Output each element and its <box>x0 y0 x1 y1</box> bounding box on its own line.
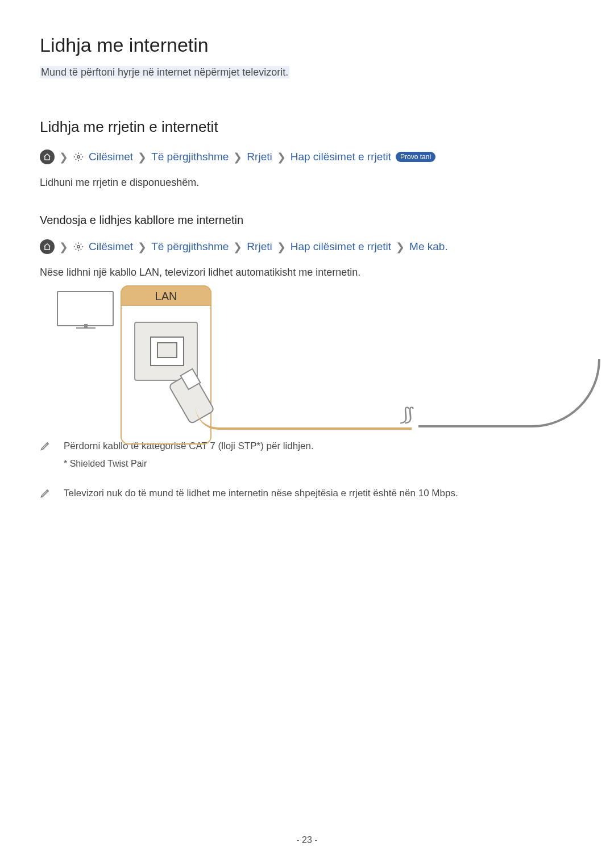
note-text: Televizori nuk do të mund të lidhet me i… <box>64 486 458 501</box>
chevron-right-icon: ❯ <box>233 151 242 164</box>
crumb-settings[interactable]: Cilësimet <box>89 151 133 163</box>
chevron-right-icon: ❯ <box>277 151 286 164</box>
note-2: Televizori nuk do të mund të lidhet me i… <box>40 486 574 501</box>
cable-break-icon: ⟆⟆ <box>400 404 409 425</box>
lan-diagram: LAN ⟆⟆ <box>57 291 574 422</box>
tv-icon <box>57 291 114 326</box>
crumb-network[interactable]: Rrjeti <box>247 240 272 253</box>
crumb-open-network-settings[interactable]: Hap cilësimet e rrjetit <box>291 151 391 163</box>
note-1: Përdorni kabllo të kategorisë CAT 7 (llo… <box>40 439 574 471</box>
chevron-right-icon: ❯ <box>277 240 286 254</box>
home-icon[interactable] <box>40 149 55 164</box>
page-number: - 23 - <box>0 835 614 845</box>
page-title: Lidhja me internetin <box>40 34 574 56</box>
crumb-settings[interactable]: Cilësimet <box>89 240 133 253</box>
pencil-icon <box>40 487 52 501</box>
crumb-wired[interactable]: Me kab. <box>409 240 448 253</box>
section-connect-network: Lidhja me rrjetin e internetit <box>40 118 574 136</box>
connect-available-text: Lidhuni me rrjetin e disponueshëm. <box>40 177 574 189</box>
crumb-general[interactable]: Të përgjithshme <box>151 240 229 253</box>
chevron-right-icon: ❯ <box>138 240 147 254</box>
home-icon[interactable] <box>40 239 55 254</box>
chevron-right-icon: ❯ <box>233 240 242 254</box>
crumb-open-network-settings[interactable]: Hap cilësimet e rrjetit <box>291 240 391 253</box>
tv-stand-icon <box>76 327 96 329</box>
cable-segment-icon <box>418 359 600 427</box>
gear-icon[interactable] <box>73 151 84 163</box>
section-wired: Vendosja e lidhjes kabllore me interneti… <box>40 214 574 227</box>
svg-point-0 <box>77 156 80 159</box>
chevron-right-icon: ❯ <box>138 151 147 164</box>
chevron-right-icon: ❯ <box>59 151 68 164</box>
chevron-right-icon: ❯ <box>396 240 405 254</box>
lan-label: LAN <box>121 285 211 306</box>
svg-point-1 <box>77 246 80 248</box>
gear-icon[interactable] <box>73 241 84 252</box>
pencil-icon <box>40 440 52 454</box>
chevron-right-icon: ❯ <box>59 240 68 254</box>
breadcrumb-path-2: ❯ Cilësimet ❯ Të përgjithshme ❯ Rrjeti ❯… <box>40 239 574 254</box>
intro-text: Mund të përftoni hyrje në internet nëpër… <box>40 66 289 78</box>
auto-connect-text: Nëse lidhni një kabllo LAN, televizori l… <box>40 267 574 279</box>
crumb-general[interactable]: Të përgjithshme <box>151 151 229 163</box>
cable-segment-icon <box>196 407 412 430</box>
try-now-button[interactable]: Provo tani <box>396 152 435 163</box>
breadcrumb-path-1: ❯ Cilësimet ❯ Të përgjithshme ❯ Rrjeti ❯… <box>40 149 574 164</box>
note-subtext: * Shielded Twist Pair <box>64 457 314 471</box>
crumb-network[interactable]: Rrjeti <box>247 151 272 163</box>
